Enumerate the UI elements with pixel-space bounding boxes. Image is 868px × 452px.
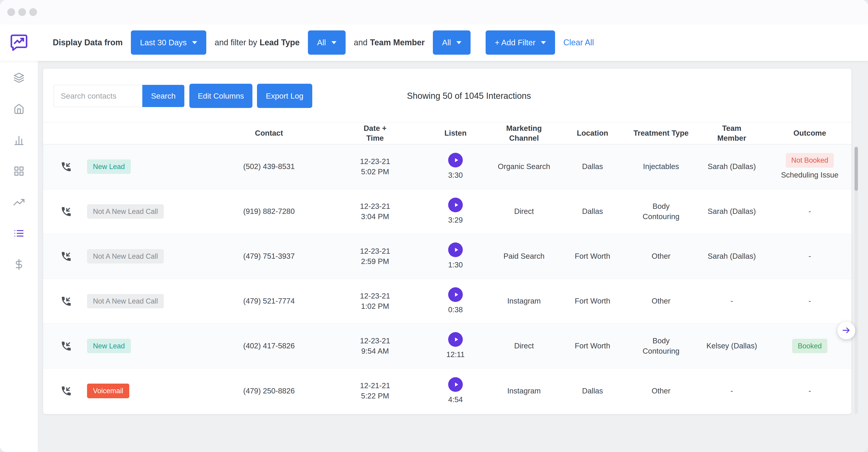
date-time-value: 12-23-21 3:04 PM bbox=[329, 201, 421, 222]
lead-type-phrase: and filter by Lead Type bbox=[215, 38, 300, 47]
sidebar-item-home[interactable] bbox=[13, 104, 25, 115]
team-member-phrase: and Team Member bbox=[354, 38, 425, 47]
date-range-dropdown[interactable]: Last 30 Days bbox=[131, 30, 206, 55]
outcome-badge: - bbox=[809, 206, 811, 217]
table-row[interactable]: New Lead (402) 417-5826 12-23-21 9:54 AM… bbox=[43, 324, 851, 368]
search-input[interactable] bbox=[54, 85, 142, 107]
call-duration: 0:38 bbox=[448, 305, 463, 315]
team-member-value: Kelsey (Dallas) bbox=[695, 341, 768, 351]
header-treatment: Treatment Type bbox=[627, 128, 695, 138]
incoming-call-icon bbox=[43, 385, 80, 397]
header-date-time: Date + Time bbox=[329, 123, 421, 143]
team-member-value: - bbox=[695, 296, 768, 306]
channel-value: Instagram bbox=[490, 386, 558, 396]
call-duration: 3:29 bbox=[448, 215, 463, 225]
sidebar-item-bar-chart[interactable] bbox=[13, 135, 25, 146]
and-label: and bbox=[354, 38, 368, 47]
outcome-badge: Booked bbox=[792, 339, 827, 354]
call-duration: 1:30 bbox=[448, 260, 463, 270]
treatment-value: Other bbox=[627, 296, 695, 306]
table-row[interactable]: Not A New Lead Call (919) 882-7280 12-23… bbox=[43, 189, 851, 234]
channel-value: Direct bbox=[490, 341, 558, 351]
sidebar-item-trending[interactable] bbox=[13, 197, 25, 208]
lead-type-badge: Not A New Lead Call bbox=[87, 294, 164, 308]
team-member-dropdown[interactable]: All bbox=[433, 30, 470, 55]
next-columns-button[interactable] bbox=[837, 321, 855, 339]
edit-columns-button[interactable]: Edit Columns bbox=[189, 84, 252, 108]
interactions-card: Search Edit Columns Export Log Showing 5… bbox=[43, 68, 851, 414]
header-outcome: Outcome bbox=[768, 128, 851, 138]
date-time-value: 12-23-21 5:02 PM bbox=[329, 157, 421, 177]
table-row[interactable]: New Lead (502) 439-8531 12-23-21 5:02 PM… bbox=[43, 144, 851, 189]
incoming-call-icon bbox=[43, 206, 80, 218]
filter-controls: Display Data from Last 30 Days and filte… bbox=[53, 30, 594, 55]
contact-value: (479) 521-7774 bbox=[209, 296, 329, 306]
lead-type-dropdown[interactable]: All bbox=[308, 30, 346, 55]
contact-value: (402) 417-5826 bbox=[209, 341, 329, 351]
window-control-dot[interactable] bbox=[29, 8, 37, 16]
location-value: Dallas bbox=[558, 386, 627, 396]
treatment-value: Body Contouring bbox=[627, 336, 695, 356]
header-contact: Contact bbox=[209, 128, 329, 138]
play-button[interactable] bbox=[448, 198, 463, 212]
table-row[interactable]: Not A New Lead Call (479) 521-7774 12-23… bbox=[43, 279, 851, 324]
channel-value: Instagram bbox=[490, 296, 558, 306]
play-button[interactable] bbox=[448, 153, 463, 167]
call-duration: 3:30 bbox=[448, 170, 463, 180]
chevron-down-icon bbox=[456, 41, 461, 44]
incoming-call-icon bbox=[43, 340, 80, 352]
clear-all-button[interactable]: Clear All bbox=[563, 38, 594, 47]
outcome-cell: Booked bbox=[768, 339, 851, 354]
list-icon bbox=[13, 236, 25, 239]
contact-value: (479) 250-8826 bbox=[209, 386, 329, 396]
team-member-value: Sarah (Dallas) bbox=[695, 206, 768, 217]
window-control-dot[interactable] bbox=[18, 8, 26, 16]
add-filter-button[interactable]: + Add Filter bbox=[486, 30, 555, 55]
window-control-dot[interactable] bbox=[7, 8, 15, 16]
play-button[interactable] bbox=[448, 243, 463, 257]
sidebar-item-dollar[interactable] bbox=[13, 259, 25, 271]
main-content: Search Edit Columns Export Log Showing 5… bbox=[38, 61, 868, 452]
lead-type-badge: Not A New Lead Call bbox=[87, 249, 164, 263]
date-time-value: 12-23-21 1:02 PM bbox=[329, 291, 421, 311]
table-row[interactable]: Not A New Lead Call (479) 751-3937 12-23… bbox=[43, 234, 851, 279]
treatment-value: Other bbox=[627, 251, 695, 261]
table-body: New Lead (502) 439-8531 12-23-21 5:02 PM… bbox=[43, 144, 851, 413]
play-button[interactable] bbox=[448, 377, 463, 392]
sidebar-nav bbox=[0, 61, 38, 452]
incoming-call-icon bbox=[43, 161, 80, 173]
filter-by-label: and filter by bbox=[215, 38, 257, 47]
vertical-scrollbar[interactable] bbox=[855, 146, 858, 414]
header-channel: Marketing Channel bbox=[490, 123, 558, 143]
team-member-value: All bbox=[442, 38, 451, 47]
location-value: Fort Worth bbox=[558, 341, 627, 351]
sidebar-item-layers[interactable] bbox=[13, 72, 25, 84]
app-logo[interactable] bbox=[0, 32, 38, 53]
team-member-label: Team Member bbox=[370, 38, 425, 47]
sidebar-item-grid[interactable] bbox=[13, 166, 25, 177]
location-value: Dallas bbox=[558, 162, 627, 172]
outcome-badge: - bbox=[809, 251, 811, 261]
play-button[interactable] bbox=[448, 332, 463, 347]
play-button[interactable] bbox=[448, 287, 463, 302]
treatment-value: Injectables bbox=[627, 162, 695, 172]
outcome-cell: - bbox=[768, 206, 851, 217]
outcome-cell: - bbox=[768, 296, 851, 306]
header-location: Location bbox=[558, 128, 627, 138]
contact-value: (479) 751-3937 bbox=[209, 251, 329, 261]
channel-value: Paid Search bbox=[490, 251, 558, 261]
search-button[interactable]: Search bbox=[142, 85, 184, 107]
treatment-value: Other bbox=[627, 386, 695, 396]
date-time-value: 12-23-21 9:54 AM bbox=[329, 336, 421, 356]
export-log-button[interactable]: Export Log bbox=[257, 84, 312, 108]
app-window: Display Data from Last 30 Days and filte… bbox=[0, 0, 868, 452]
sidebar-item-list[interactable] bbox=[13, 228, 25, 239]
team-member-value: Sarah (Dallas) bbox=[695, 251, 768, 261]
channel-value: Direct bbox=[490, 206, 558, 217]
table-row[interactable]: Voicemail (479) 250-8826 12-21-21 5:22 P… bbox=[43, 368, 851, 413]
lead-type-badge: New Lead bbox=[87, 160, 131, 174]
outcome-reason: Scheduling Issue bbox=[781, 170, 838, 180]
trending-up-icon bbox=[13, 205, 25, 208]
chevron-down-icon bbox=[192, 41, 197, 44]
scrollbar-thumb[interactable] bbox=[855, 147, 858, 191]
